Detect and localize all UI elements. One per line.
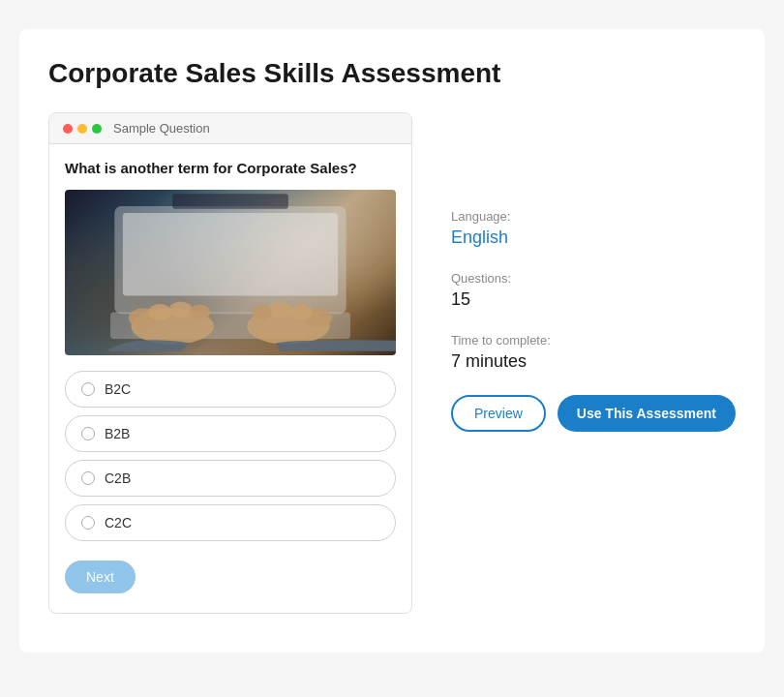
laptop-illustration — [65, 190, 396, 351]
use-assessment-button[interactable]: Use This Assessment — [558, 395, 736, 432]
dot-green — [92, 124, 102, 134]
language-row: Language: English — [451, 209, 736, 248]
next-button[interactable]: Next — [65, 561, 136, 593]
answer-options: B2C B2B C2B C2C — [65, 371, 396, 541]
radio-c2c[interactable] — [81, 516, 95, 530]
card-body: What is another term for Corporate Sales… — [49, 144, 411, 613]
option-c2b[interactable]: C2B — [65, 460, 396, 497]
language-label: Language: — [451, 209, 736, 224]
radio-b2b[interactable] — [81, 427, 95, 440]
svg-point-5 — [148, 304, 171, 320]
questions-value: 15 — [451, 289, 736, 310]
time-row: Time to complete: 7 minutes — [451, 333, 736, 372]
dot-red — [63, 124, 73, 134]
question-text: What is another term for Corporate Sales… — [65, 160, 396, 176]
questions-row: Questions: 15 — [451, 271, 736, 310]
svg-rect-13 — [172, 194, 288, 208]
option-b2b-label: B2B — [105, 426, 130, 441]
question-card: Sample Question What is another term for… — [48, 112, 412, 614]
content-row: Sample Question What is another term for… — [48, 112, 736, 614]
svg-point-6 — [169, 301, 193, 318]
radio-c2b[interactable] — [81, 471, 95, 485]
radio-b2c[interactable] — [81, 382, 95, 396]
sample-question-label: Sample Question — [113, 121, 210, 136]
svg-point-7 — [189, 305, 210, 319]
svg-rect-1 — [123, 213, 338, 295]
option-c2b-label: C2B — [105, 470, 131, 486]
questions-label: Questions: — [451, 271, 736, 286]
question-image — [65, 190, 396, 355]
time-value: 7 minutes — [451, 351, 736, 372]
option-b2b[interactable]: B2B — [65, 415, 396, 452]
dot-yellow — [77, 124, 87, 134]
info-panel: Language: English Questions: 15 Time to … — [451, 112, 736, 432]
card-header: Sample Question — [49, 113, 411, 144]
svg-point-10 — [289, 304, 313, 320]
time-label: Time to complete: — [451, 333, 736, 348]
option-b2c[interactable]: B2C — [65, 371, 396, 408]
svg-point-12 — [251, 305, 272, 319]
action-buttons: Preview Use This Assessment — [451, 395, 736, 432]
window-dots — [63, 124, 102, 134]
page-container: Corporate Sales Skills Assessment Sample… — [19, 29, 765, 652]
option-c2c[interactable]: C2C — [65, 504, 396, 541]
option-b2c-label: B2C — [105, 381, 131, 397]
page-title: Corporate Sales Skills Assessment — [48, 58, 736, 89]
preview-button[interactable]: Preview — [451, 395, 546, 432]
language-value: English — [451, 227, 736, 248]
option-c2c-label: C2C — [105, 515, 132, 530]
